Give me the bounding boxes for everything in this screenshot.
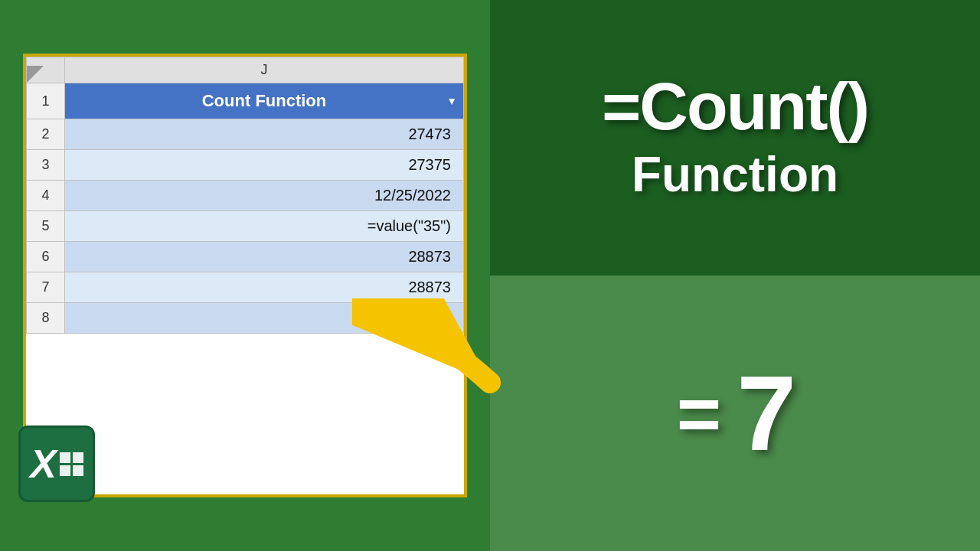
data-value-cell: 28873 bbox=[65, 272, 464, 303]
excel-x-letter: X bbox=[30, 444, 57, 484]
result-value: 7 bbox=[737, 351, 793, 475]
result-equals: = bbox=[677, 370, 721, 458]
data-value-cell: 27473 bbox=[65, 119, 464, 150]
column-header-cell[interactable]: Count Function▼ bbox=[65, 83, 464, 119]
spreadsheet-table: J 1Count Function▼227473327375412/25/202… bbox=[26, 57, 464, 334]
row-number: 8 bbox=[27, 303, 65, 334]
result-row: = 7 bbox=[677, 351, 793, 475]
data-value-cell: 28873 bbox=[65, 242, 464, 272]
formula-subtitle: Function bbox=[602, 146, 868, 203]
data-value-cell: 28000 bbox=[65, 303, 464, 334]
left-panel: J 1Count Function▼227473327375412/25/202… bbox=[0, 0, 490, 551]
right-bottom-section: = 7 bbox=[490, 276, 980, 551]
excel-grid-icon bbox=[60, 452, 83, 476]
dropdown-arrow-icon[interactable]: ▼ bbox=[446, 95, 457, 107]
table-row: 628873 bbox=[27, 242, 464, 272]
table-row: 1Count Function▼ bbox=[27, 83, 464, 119]
excel-grid-cell-2 bbox=[73, 452, 83, 463]
corner-cell bbox=[27, 57, 65, 83]
table-row: 828000 bbox=[27, 303, 464, 334]
row-number: 5 bbox=[27, 211, 65, 242]
excel-grid-cell-3 bbox=[60, 465, 70, 476]
table-row: 227473 bbox=[27, 119, 464, 150]
right-panel: =Count() Function = 7 bbox=[490, 0, 980, 551]
row-number: 7 bbox=[27, 272, 65, 303]
table-row: 5=value("35") bbox=[27, 211, 464, 242]
data-value-cell: 27375 bbox=[65, 150, 464, 181]
excel-grid-cell-1 bbox=[60, 452, 70, 463]
right-top-section: =Count() Function bbox=[490, 0, 980, 276]
table-row: 412/25/2022 bbox=[27, 181, 464, 211]
row-number: 6 bbox=[27, 242, 65, 272]
row-number: 4 bbox=[27, 181, 65, 211]
column-j-header: J bbox=[65, 57, 464, 83]
row-number: 1 bbox=[27, 83, 65, 119]
formula-text: =Count() bbox=[602, 73, 868, 140]
data-value-cell: =value("35") bbox=[65, 211, 464, 242]
row-number: 3 bbox=[27, 150, 65, 181]
excel-logo: X bbox=[18, 425, 95, 502]
table-row: 728873 bbox=[27, 272, 464, 303]
table-row: 327375 bbox=[27, 150, 464, 181]
excel-logo-inner: X bbox=[30, 444, 83, 484]
row-number: 2 bbox=[27, 119, 65, 150]
corner-triangle bbox=[27, 66, 44, 83]
formula-display: =Count() Function bbox=[602, 73, 868, 203]
excel-grid-cell-4 bbox=[73, 465, 83, 476]
data-value-cell: 12/25/2022 bbox=[65, 181, 464, 211]
spreadsheet-wrapper: J 1Count Function▼227473327375412/25/202… bbox=[23, 54, 467, 497]
